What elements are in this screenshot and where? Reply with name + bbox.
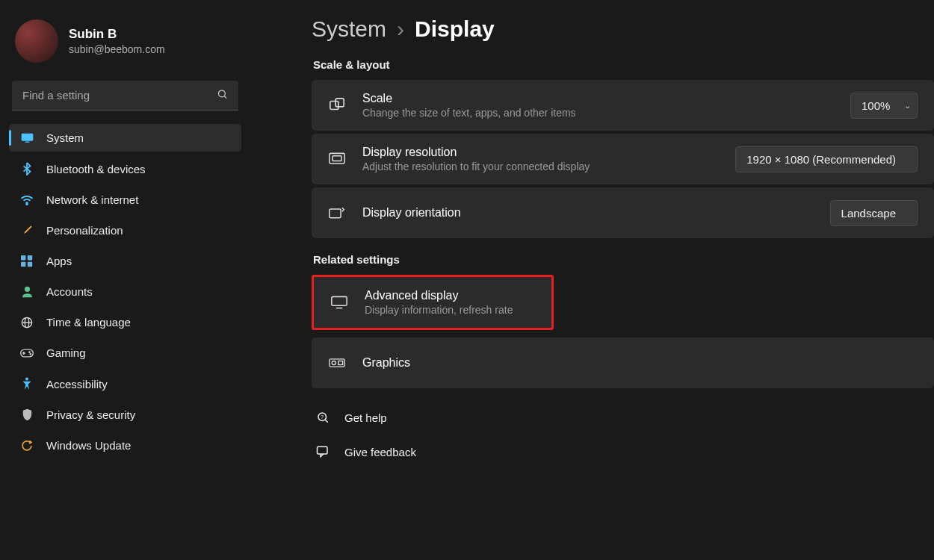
- section-scale-layout-title: Scale & layout: [313, 58, 934, 71]
- svg-rect-5: [21, 255, 25, 260]
- link-label: Give feedback: [344, 446, 416, 458]
- setting-title: Display orientation: [362, 206, 814, 220]
- card-body: Scale Change the size of text, apps, and…: [362, 92, 834, 119]
- svg-rect-2: [21, 134, 33, 141]
- svg-rect-6: [28, 255, 32, 260]
- sidebar-item-label: Time & language: [46, 316, 131, 329]
- chevron-right-icon: ›: [397, 16, 404, 42]
- user-info: Subin B subin@beebom.com: [69, 27, 165, 55]
- svg-point-4: [26, 203, 28, 205]
- shield-icon: [19, 408, 34, 421]
- wifi-icon: [19, 195, 34, 205]
- main: System › Display Scale & layout Scale Ch…: [250, 0, 934, 560]
- apps-icon: [19, 255, 34, 267]
- setting-scale[interactable]: Scale Change the size of text, apps, and…: [312, 80, 934, 131]
- sidebar-item-label: Bluetooth & devices: [46, 163, 146, 175]
- setting-title: Display resolution: [362, 146, 719, 159]
- bluetooth-icon: [19, 162, 34, 175]
- sidebar-item-update[interactable]: Windows Update: [9, 432, 241, 459]
- sidebar-item-bluetooth[interactable]: Bluetooth & devices: [9, 155, 241, 183]
- sidebar-item-personalization[interactable]: Personalization: [9, 217, 241, 244]
- nav: System Bluetooth & devices Network & int…: [9, 124, 241, 459]
- breadcrumb-parent[interactable]: System: [312, 16, 386, 42]
- svg-point-17: [30, 353, 31, 354]
- accessibility-icon: [19, 377, 34, 391]
- card-body: Display resolution Adjust the resolution…: [362, 146, 719, 172]
- svg-point-27: [332, 361, 335, 364]
- search-input[interactable]: [12, 81, 238, 111]
- monitor-icon: [19, 133, 34, 143]
- svg-rect-32: [318, 447, 328, 454]
- sidebar-item-system[interactable]: System: [9, 124, 241, 152]
- setting-graphics[interactable]: Graphics: [312, 337, 934, 388]
- svg-rect-21: [330, 153, 344, 164]
- avatar: [15, 19, 58, 63]
- svg-rect-23: [330, 209, 341, 218]
- orientation-dropdown[interactable]: Landscape: [830, 200, 918, 226]
- svg-line-30: [325, 420, 328, 423]
- svg-rect-22: [333, 156, 341, 161]
- graphics-icon: [328, 357, 346, 369]
- brush-icon: [19, 225, 34, 237]
- sidebar-item-accounts[interactable]: Accounts: [9, 278, 241, 305]
- globe-icon: [19, 317, 34, 329]
- sidebar-item-apps[interactable]: Apps: [9, 247, 241, 275]
- card-body: Graphics: [362, 356, 918, 370]
- resolution-icon: [328, 152, 346, 166]
- dropdown-value: 100%: [862, 99, 890, 112]
- scale-dropdown[interactable]: 100% ⌄: [850, 93, 918, 119]
- svg-rect-19: [330, 102, 338, 110]
- user-header[interactable]: Subin B subin@beebom.com: [9, 13, 241, 76]
- svg-point-9: [24, 286, 29, 291]
- setting-title: Scale: [362, 92, 834, 105]
- setting-advanced-display[interactable]: Advanced display Display information, re…: [312, 275, 554, 330]
- sidebar-item-label: Network & internet: [46, 193, 138, 206]
- svg-point-0: [219, 90, 226, 97]
- setting-title: Advanced display: [365, 289, 535, 302]
- section-related-title: Related settings: [313, 253, 934, 266]
- setting-orientation[interactable]: Display orientation Landscape: [312, 187, 934, 238]
- gamepad-icon: [19, 349, 34, 358]
- sidebar-item-label: Accounts: [46, 285, 93, 298]
- svg-point-18: [25, 378, 28, 381]
- scale-icon: [328, 97, 346, 113]
- sidebar-item-accessibility[interactable]: Accessibility: [9, 370, 241, 398]
- search-icon: [217, 89, 228, 103]
- sidebar-item-network[interactable]: Network & internet: [9, 186, 241, 214]
- svg-rect-8: [28, 261, 32, 266]
- breadcrumb: System › Display: [312, 16, 934, 42]
- setting-title: Graphics: [362, 356, 918, 370]
- chevron-down-icon: ⌄: [904, 101, 911, 111]
- user-name: Subin B: [69, 27, 165, 42]
- monitor-icon: [330, 296, 348, 309]
- update-icon: [19, 440, 34, 452]
- setting-sub: Adjust the resolution to fit your connec…: [362, 161, 719, 172]
- svg-rect-7: [21, 261, 25, 266]
- svg-rect-24: [332, 296, 347, 305]
- orientation-icon: [328, 206, 346, 220]
- sidebar-item-gaming[interactable]: Gaming: [9, 339, 241, 367]
- person-icon: [19, 286, 34, 298]
- dropdown-value: Landscape: [841, 207, 896, 220]
- give-feedback-link[interactable]: Give feedback: [312, 438, 934, 466]
- svg-rect-20: [335, 99, 344, 107]
- svg-rect-28: [338, 361, 343, 364]
- sidebar-item-label: Apps: [46, 255, 72, 267]
- sidebar-item-label: Accessibility: [46, 378, 108, 391]
- sidebar-item-time-language[interactable]: Time & language: [9, 308, 241, 336]
- setting-sub: Display information, refresh rate: [365, 304, 535, 316]
- svg-line-1: [224, 96, 226, 99]
- sidebar: Subin B subin@beebom.com System Bluetoot…: [0, 0, 250, 560]
- sidebar-item-label: Privacy & security: [46, 408, 135, 421]
- feedback-icon: [315, 445, 331, 458]
- page-title: Display: [415, 16, 495, 42]
- setting-resolution[interactable]: Display resolution Adjust the resolution…: [312, 134, 934, 184]
- sidebar-item-label: System: [46, 131, 84, 144]
- resolution-dropdown[interactable]: 1920 × 1080 (Recommended): [735, 146, 918, 172]
- svg-point-16: [29, 351, 30, 352]
- link-label: Get help: [344, 411, 387, 424]
- get-help-link[interactable]: ? Get help: [312, 403, 934, 432]
- svg-rect-3: [25, 141, 29, 142]
- help-icon: ?: [315, 411, 331, 424]
- sidebar-item-privacy[interactable]: Privacy & security: [9, 401, 241, 429]
